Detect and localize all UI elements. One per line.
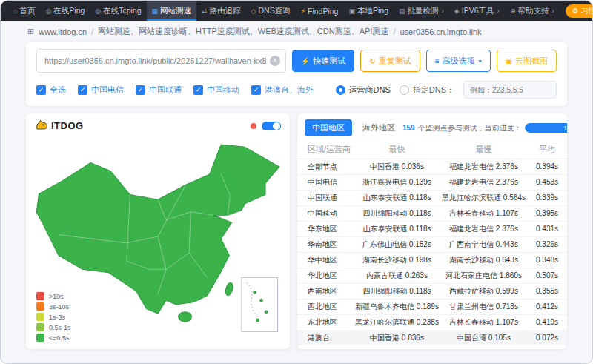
legend-item: >10s [36, 292, 71, 300]
nav-item-label: IPV6工具 [462, 6, 494, 16]
checkbox-label: 中国联通 [149, 85, 182, 96]
cell-slowest: 吉林长春移动 1.107s [440, 205, 527, 221]
cloud-screenshot-button[interactable]: ▣ 云图截图 [497, 50, 557, 72]
legend-swatch [36, 302, 44, 311]
breadcrumb-section[interactable]: 网站测速、网站速度诊断、HTTP速度测试、WEB速度测试、CDN测速、API测速 [98, 26, 388, 37]
nav-item-help-support[interactable]: ⊕帮助支持› [505, 1, 560, 21]
result-row-3[interactable]: 中国移动四川绵阳移动 0.118s吉林长春移动 1.107s0.395s [297, 205, 567, 221]
breadcrumb-current[interactable]: user0356.cn.imgto.link [400, 27, 482, 36]
gear-icon: ⚙ [572, 7, 579, 15]
nav-item-home[interactable]: ⌂首页 [8, 1, 40, 21]
cell-region: 港澳台 [297, 330, 354, 345]
legend-item: 3s-10s [36, 302, 71, 311]
breadcrumb-site[interactable]: www.itdog.cn [39, 27, 87, 36]
nav-item-online-ping[interactable]: ◎在线Ping [40, 1, 90, 21]
result-row-11[interactable]: 港澳台中国香港 0.036s中国台湾 0.105s0.072s [297, 330, 567, 345]
nav-item-route-trace[interactable]: ⇄路由追踪 [196, 1, 246, 21]
progress-fill: 100% [525, 123, 567, 133]
ipv6-tools-icon: ◈ [454, 7, 460, 15]
quick-test-button[interactable]: ⚡ 快速测试 [292, 50, 354, 72]
advanced-options-button[interactable]: ≡ 高级选项 ▾ [426, 50, 491, 72]
settings-button[interactable]: ⚙ 习惯设置 › [566, 4, 593, 18]
map-mode-toggle[interactable] [251, 122, 281, 130]
toggle-switch-icon [262, 122, 281, 130]
legend-swatch [36, 334, 44, 342]
cell-region: 东北地区 [297, 314, 354, 330]
checkbox-checked-icon: ✓ [193, 85, 203, 95]
nav-item-findping[interactable]: ⚡FindPing [296, 1, 344, 21]
custom-dns-input[interactable] [463, 81, 557, 99]
checkbox-china-unicom[interactable]: ✓中国联通 [136, 85, 182, 96]
checkbox-checked-icon: ✓ [251, 85, 261, 95]
cell-slowest: 湖南长沙移动 0.643s [440, 252, 527, 268]
cell-slowest: 甘肃兰州电信 0.718s [440, 299, 527, 314]
nav-item-ipv6-tools[interactable]: ◈IPV6工具› [449, 1, 505, 21]
speedtest-form-card: × ⚡ 快速测试 ↻ 重复测试 ≡ 高级选项 ▾ ▣ 云图截图 ✓全选✓中国电信… [26, 42, 567, 106]
results-panel: 中国地区海外地区 159 个监测点参与测试，当前进度： 100% 区域/运营商最… [297, 113, 567, 349]
nav-item-dns-query[interactable]: ◇DNS查询 [246, 1, 296, 21]
nav-item-local-ping[interactable]: ▣本地Ping [343, 1, 394, 21]
cell-avg: 0.072s [527, 330, 567, 345]
result-row-2[interactable]: 中国联通山东泰安联通 0.118s黑龙江哈尔滨联通 0.564s0.339s [297, 190, 567, 205]
result-row-9[interactable]: 西北地区新疆乌鲁木齐电信 0.189s甘肃兰州电信 0.718s0.412s [297, 299, 567, 314]
content-panels: ITDOG [26, 113, 567, 349]
cell-fastest: 内蒙古联通 0.263s [354, 268, 440, 283]
cell-region: 华北地区 [297, 268, 354, 283]
nav-item-label: 网站测速 [160, 6, 191, 16]
nav-item-batch-test[interactable]: ▤批量检测› [394, 1, 449, 21]
checkbox-label: 全选 [50, 85, 66, 96]
nav-item-label: FindPing [308, 7, 338, 16]
home-icon: ⌂ [13, 7, 17, 15]
cell-slowest: 广西南宁电信 0.443s [440, 236, 527, 252]
chevron-right-icon: › [442, 7, 444, 15]
legend-label: 3s-10s [49, 303, 69, 311]
result-row-4[interactable]: 华东地区山东泰安联通 0.118s福建龙岩电信 2.376s0.431s [297, 221, 567, 236]
breadcrumb: ⊞ www.itdog.cn / 网站测速、网站速度诊断、HTTP速度测试、WE… [1, 21, 592, 42]
result-row-8[interactable]: 西南地区四川绵阳移动 0.118s西藏拉萨移动 0.599s0.355s [297, 283, 567, 299]
cell-avg: 0.395s [527, 205, 567, 221]
progress-area: 159 个监测点参与测试，当前进度： 100% [402, 123, 567, 133]
legend-label: <=0.5s [49, 334, 70, 342]
legend-swatch [36, 313, 44, 321]
result-row-0[interactable]: 全部节点中国香港 0.036s福建龙岩电信 2.376s0.394s [297, 159, 567, 174]
nav-item-online-tcping[interactable]: ◎在线Tcping [90, 1, 146, 21]
cell-region: 中国电信 [297, 174, 354, 190]
result-row-10[interactable]: 东北地区黑龙江哈尔滨联通 0.238s吉林长春移动 1.107s0.419s [297, 314, 567, 330]
result-row-7[interactable]: 华北地区内蒙古联通 0.263s河北石家庄电信 1.860s0.507s [297, 268, 567, 283]
nav-item-label: 批量检测 [408, 6, 439, 16]
nav-item-label: 首页 [19, 6, 35, 16]
checkbox-china-mobile[interactable]: ✓中国移动 [193, 85, 239, 96]
nav-item-label: 路由追踪 [210, 6, 241, 16]
nav-item-label: DNS查询 [259, 6, 291, 16]
cell-fastest: 新疆乌鲁木齐电信 0.189s [354, 299, 440, 314]
result-row-5[interactable]: 华南地区广东佛山电信 0.152s广西南宁电信 0.443s0.326s [297, 236, 567, 252]
radio-custom-dns[interactable]: 指定DNS： [400, 85, 454, 96]
checkbox-checked-icon: ✓ [36, 85, 46, 95]
tab-china[interactable]: 中国地区 [305, 119, 352, 136]
clear-input-icon[interactable]: × [270, 56, 280, 66]
url-input[interactable] [36, 49, 286, 73]
cell-avg: 0.355s [527, 283, 567, 299]
nav-item-website-speedtest[interactable]: ▦网站测速 [147, 1, 197, 21]
cell-slowest: 中国台湾 0.105s [440, 330, 527, 345]
cell-region: 西北地区 [297, 299, 354, 314]
checkbox-overseas[interactable]: ✓港澳台、海外 [251, 85, 314, 96]
result-row-1[interactable]: 中国电信浙江嘉兴电信 0.139s福建龙岩电信 2.376s0.453s [297, 174, 567, 190]
column-header: 最快 [354, 141, 440, 159]
repeat-test-button[interactable]: ↻ 重复测试 [360, 50, 420, 72]
result-row-6[interactable]: 华中地区湖南长沙移动 0.198s湖南长沙移动 0.643s0.348s [297, 252, 567, 268]
china-map[interactable] [35, 136, 281, 337]
hainan-island [179, 312, 192, 322]
route-trace-icon: ⇄ [202, 7, 208, 15]
cell-slowest: 福建龙岩电信 2.376s [440, 159, 527, 174]
checkbox-china-telecom[interactable]: ✓中国电信 [78, 85, 124, 96]
online-tcping-icon: ◎ [95, 7, 101, 15]
dns-option-group: 运营商DNS 指定DNS： [336, 81, 557, 99]
radio-carrier-dns[interactable]: 运营商DNS [336, 85, 391, 96]
breadcrumb-separator: / [91, 27, 93, 36]
batch-test-icon: ▤ [399, 7, 405, 15]
legend-item: <=0.5s [36, 334, 71, 342]
checkbox-select-all[interactable]: ✓全选 [36, 85, 66, 96]
tab-overseas[interactable]: 海外地区 [355, 119, 402, 136]
results-header: 中国地区海外地区 159 个监测点参与测试，当前进度： 100% [297, 113, 567, 141]
